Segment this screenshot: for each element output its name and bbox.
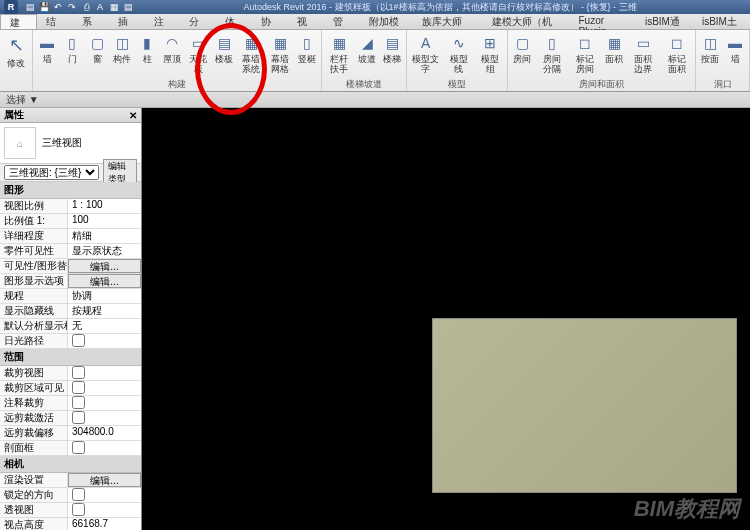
prop-edit-button[interactable]: 编辑... (68, 274, 141, 288)
qat-icon[interactable]: ▦ (108, 1, 120, 13)
tool-楼板[interactable]: ▤楼板 (212, 31, 236, 65)
app-logo[interactable]: R (4, 0, 18, 14)
prop-value[interactable] (68, 396, 141, 410)
prop-checkbox[interactable] (72, 381, 85, 394)
type-row: 三维视图: {三维} 编辑类型 (0, 164, 141, 182)
watermark: BIM教程网 (634, 494, 740, 524)
tab-15[interactable]: isBIM土建 (693, 14, 750, 29)
prop-key: 日光路径 (0, 334, 68, 348)
prop-value[interactable] (68, 334, 141, 348)
tool-icon: A (417, 32, 435, 54)
tool-天花板[interactable]: ▭天花板 (185, 31, 211, 75)
tool-标记房间[interactable]: ◻标记房间 (569, 31, 601, 75)
tool-幕墙系统[interactable]: ▦幕墙系统 (237, 31, 265, 75)
prop-checkbox[interactable] (72, 441, 85, 454)
prop-key: 零件可见性 (0, 244, 68, 258)
prop-row: 详细程度精细 (0, 229, 141, 244)
cursor-icon: ↖ (5, 32, 27, 58)
tab-13[interactable]: Fuzor Plugin (569, 14, 635, 29)
prop-checkbox[interactable] (72, 411, 85, 424)
close-icon[interactable]: ✕ (129, 110, 137, 121)
modify-tool[interactable]: ↖ 修改 (2, 31, 30, 69)
prop-value[interactable]: 按规程 (68, 304, 141, 318)
tool-面积[interactable]: ▦面积 (602, 31, 626, 65)
prop-value[interactable]: 304800.0 (68, 426, 141, 440)
tab-10[interactable]: 附加模块 (360, 14, 413, 29)
tool-icon: ▦ (242, 32, 260, 54)
prop-value[interactable]: 协调 (68, 289, 141, 303)
tab-5[interactable]: 分析 (180, 14, 216, 29)
floor-element[interactable] (432, 318, 737, 493)
redo-icon[interactable]: ↷ (66, 1, 78, 13)
tool-栏杆扶手[interactable]: ▦栏杆扶手 (324, 31, 354, 75)
tool-幕墙网格[interactable]: ▦幕墙网格 (266, 31, 294, 75)
prop-edit-button[interactable]: 编辑... (68, 473, 141, 487)
tool-窗[interactable]: ▢窗 (85, 31, 109, 65)
prop-value[interactable]: 精细 (68, 229, 141, 243)
tool-icon: ∿ (450, 32, 468, 54)
prop-value[interactable] (68, 411, 141, 425)
prop-value[interactable] (68, 441, 141, 455)
prop-checkbox[interactable] (72, 366, 85, 379)
tool-墙[interactable]: ▬墙 (723, 31, 747, 65)
tab-3[interactable]: 插入 (109, 14, 145, 29)
tool-icon: ▦ (605, 32, 623, 54)
tool-模型文字[interactable]: A模型文字 (409, 31, 442, 75)
tool-按面[interactable]: ◫按面 (698, 31, 722, 65)
tool-icon: ◻ (576, 32, 594, 54)
prop-value[interactable] (68, 366, 141, 380)
tool-模型线[interactable]: ∿模型线 (443, 31, 474, 75)
tab-6[interactable]: 体量 (216, 14, 252, 29)
tool-坡道[interactable]: ◢坡道 (355, 31, 379, 65)
tool-门[interactable]: ▯门 (60, 31, 84, 65)
prop-value[interactable]: 1 : 100 (68, 199, 141, 213)
tool-楼梯[interactable]: ▤楼梯 (380, 31, 404, 65)
prop-value[interactable] (68, 488, 141, 502)
tool-icon: ▢ (88, 32, 106, 54)
tool-柱[interactable]: ▮柱 (135, 31, 159, 65)
prop-checkbox[interactable] (72, 334, 85, 347)
tab-11[interactable]: 族库大师V2.3 (413, 14, 483, 29)
tool-模型组[interactable]: ⊞模型组 (475, 31, 506, 75)
tool-屋顶[interactable]: ◠屋顶 (160, 31, 184, 65)
prop-checkbox[interactable] (72, 503, 85, 516)
tab-2[interactable]: 系统 (73, 14, 109, 29)
tool-房间[interactable]: ▢房间 (510, 31, 534, 65)
tool-面积边界[interactable]: ▭面积边界 (627, 31, 659, 75)
tab-7[interactable]: 协作 (252, 14, 288, 29)
save-icon[interactable]: 💾 (38, 1, 50, 13)
prop-value[interactable]: 无 (68, 319, 141, 333)
tool-竖梃[interactable]: ▯竖梃 (295, 31, 319, 65)
tab-1[interactable]: 结构 (37, 14, 73, 29)
tool-墙[interactable]: ▬墙 (35, 31, 59, 65)
prop-value[interactable]: 显示原状态 (68, 244, 141, 258)
qat-icon[interactable]: A (94, 1, 106, 13)
instance-selector[interactable]: 三维视图: {三维} (4, 165, 99, 180)
qat-icon[interactable]: ▤ (122, 1, 134, 13)
select-dropdown[interactable]: 选择 ▼ (6, 93, 39, 107)
prop-value[interactable] (68, 381, 141, 395)
prop-checkbox[interactable] (72, 396, 85, 409)
prop-value[interactable]: 100 (68, 214, 141, 228)
tool-标记面积[interactable]: ◻标记面积 (661, 31, 693, 75)
prop-value[interactable] (68, 503, 141, 517)
tab-14[interactable]: isBIM通用 (636, 14, 693, 29)
prop-row: 显示隐藏线按规程 (0, 304, 141, 319)
open-icon[interactable]: ▤ (24, 1, 36, 13)
undo-icon[interactable]: ↶ (52, 1, 64, 13)
tab-12[interactable]: 建模大师（机电） (483, 14, 570, 29)
prop-edit-button[interactable]: 编辑... (68, 259, 141, 273)
print-icon[interactable]: ⎙ (80, 1, 92, 13)
prop-checkbox[interactable] (72, 488, 85, 501)
prop-key: 远剪裁激活 (0, 411, 68, 425)
prop-value[interactable]: 66168.7 (68, 518, 141, 530)
tool-房间分隔[interactable]: ▯房间分隔 (535, 31, 567, 75)
tab-9[interactable]: 管理 (324, 14, 360, 29)
viewport-3d[interactable]: BIM教程网 (142, 108, 750, 530)
tool-icon: ▬ (726, 32, 744, 54)
tool-构件[interactable]: ◫构件 (110, 31, 134, 65)
tab-0[interactable]: 建筑 (0, 14, 37, 29)
tab-4[interactable]: 注释 (145, 14, 181, 29)
tab-8[interactable]: 视图 (288, 14, 324, 29)
prop-group-header: 相机 (0, 456, 141, 473)
